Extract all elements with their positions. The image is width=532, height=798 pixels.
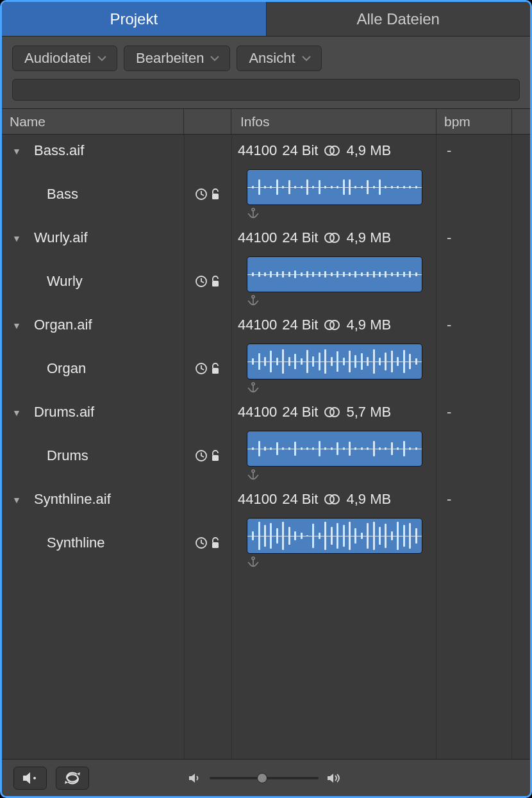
file-name: Organ.aif	[25, 317, 175, 333]
column-end	[512, 109, 530, 134]
bit-depth: 24 Bit	[282, 229, 318, 246]
sample-rate: 44100	[238, 404, 277, 420]
project-audio-browser: Projekt Alle Dateien Audiodatei Bearbeit…	[0, 0, 532, 798]
disclosure-triangle-icon[interactable]: ▼	[12, 145, 25, 156]
volume-high-icon	[326, 772, 343, 784]
unlock-icon	[210, 449, 220, 462]
tab-project[interactable]: Projekt	[2, 2, 267, 36]
bit-depth: 24 Bit	[282, 142, 318, 159]
region-status-icons	[184, 167, 231, 222]
file-info: 44100 24 Bit 4,9 MB	[222, 491, 436, 508]
search-input[interactable]	[12, 79, 520, 101]
bit-depth: 24 Bit	[282, 491, 318, 508]
file-row[interactable]: ▼ Bass.aif 44100 24 Bit 4,9 MB -	[2, 135, 530, 167]
edit-menu-label: Bearbeiten	[136, 50, 204, 67]
column-icons[interactable]	[184, 109, 231, 134]
waveform[interactable]	[247, 256, 422, 292]
file-bpm: -	[436, 491, 512, 508]
disclosure-triangle-icon[interactable]: ▼	[12, 319, 25, 331]
region-status-icons	[184, 428, 231, 483]
svg-point-24	[252, 557, 254, 560]
file-row[interactable]: ▼ Organ.aif 44100 24 Bit 4,9 MB -	[2, 309, 530, 341]
slider-thumb[interactable]	[257, 773, 267, 783]
region-name: Synthline	[2, 515, 184, 570]
region-name: Organ	[2, 341, 184, 396]
loop-button[interactable]	[56, 767, 89, 790]
unlock-icon	[210, 275, 220, 288]
file-size: 4,9 MB	[346, 491, 391, 508]
svg-point-9	[252, 295, 254, 298]
view-menu-label: Ansicht	[249, 50, 295, 67]
region-name: Bass	[2, 167, 184, 222]
loop-icon	[63, 772, 82, 785]
view-menu[interactable]: Ansicht	[237, 46, 321, 71]
disclosure-triangle-icon[interactable]: ▼	[12, 406, 25, 418]
tempo-icon	[195, 536, 208, 549]
region-row[interactable]: Bass	[2, 167, 530, 222]
waveform[interactable]	[247, 344, 422, 379]
file-size: 5,7 MB	[346, 404, 391, 420]
bit-depth: 24 Bit	[282, 404, 318, 420]
file-row[interactable]: ▼ Drums.aif 44100 24 Bit 5,7 MB -	[2, 396, 530, 428]
sample-rate: 44100	[238, 229, 277, 246]
waveform[interactable]	[247, 169, 422, 205]
sample-rate: 44100	[238, 317, 277, 333]
svg-point-4	[252, 208, 254, 211]
svg-point-25	[33, 777, 36, 779]
chevron-down-icon	[210, 55, 219, 62]
footer-bar	[2, 759, 530, 796]
tab-bar: Projekt Alle Dateien	[2, 2, 530, 37]
stereo-icon	[323, 494, 341, 505]
region-row[interactable]: Synthline	[2, 515, 530, 570]
tab-all-files[interactable]: Alle Dateien	[267, 2, 531, 36]
file-bpm: -	[436, 229, 512, 246]
waveform[interactable]	[247, 518, 422, 554]
file-name: Bass.aif	[25, 142, 175, 159]
file-info: 44100 24 Bit 4,9 MB	[222, 229, 436, 246]
preview-play-button[interactable]	[13, 767, 47, 790]
file-info: 44100 24 Bit 4,9 MB	[222, 142, 436, 159]
svg-rect-3	[212, 194, 219, 199]
bit-depth: 24 Bit	[282, 317, 318, 333]
disclosure-triangle-icon[interactable]: ▼	[12, 494, 25, 505]
column-info[interactable]: Infos	[231, 109, 436, 134]
waveform[interactable]	[247, 431, 422, 467]
column-bpm[interactable]: bpm	[436, 109, 512, 134]
stereo-icon	[323, 232, 341, 244]
unlock-icon	[210, 188, 220, 201]
column-name[interactable]: Name	[2, 109, 184, 134]
file-name: Wurly.aif	[25, 229, 175, 246]
region-status-icons	[184, 341, 231, 396]
volume-slider[interactable]	[210, 777, 319, 779]
column-headers: Name Infos bpm	[2, 109, 530, 135]
tempo-icon	[195, 362, 208, 375]
file-list: ▼ Bass.aif 44100 24 Bit 4,9 MB - Bass	[2, 135, 530, 759]
svg-rect-13	[212, 368, 219, 374]
chevron-down-icon	[302, 55, 311, 62]
anchor-icon	[247, 469, 260, 481]
edit-menu[interactable]: Bearbeiten	[124, 46, 230, 71]
anchor-icon	[247, 382, 260, 394]
tempo-icon	[195, 188, 208, 201]
anchor-icon	[247, 208, 260, 219]
region-status-icons	[184, 254, 231, 309]
anchor-icon	[247, 556, 260, 568]
region-row[interactable]: Drums	[2, 428, 530, 483]
region-row[interactable]: Organ	[2, 341, 530, 396]
file-row[interactable]: ▼ Synthline.aif 44100 24 Bit 4,9 MB -	[2, 483, 530, 515]
region-status-icons	[184, 515, 231, 570]
disclosure-triangle-icon[interactable]: ▼	[12, 232, 25, 244]
file-info: 44100 24 Bit 5,7 MB	[222, 404, 436, 420]
file-bpm: -	[436, 317, 512, 333]
file-info: 44100 24 Bit 4,9 MB	[222, 317, 436, 333]
svg-rect-23	[212, 542, 219, 548]
region-name: Drums	[2, 428, 184, 483]
unlock-icon	[210, 536, 220, 549]
file-row[interactable]: ▼ Wurly.aif 44100 24 Bit 4,9 MB -	[2, 222, 530, 254]
audiofile-menu[interactable]: Audiodatei	[12, 46, 117, 71]
region-row[interactable]: Wurly	[2, 254, 530, 309]
file-size: 4,9 MB	[346, 142, 391, 159]
unlock-icon	[210, 362, 220, 375]
file-bpm: -	[436, 404, 512, 420]
speaker-icon	[22, 771, 38, 785]
